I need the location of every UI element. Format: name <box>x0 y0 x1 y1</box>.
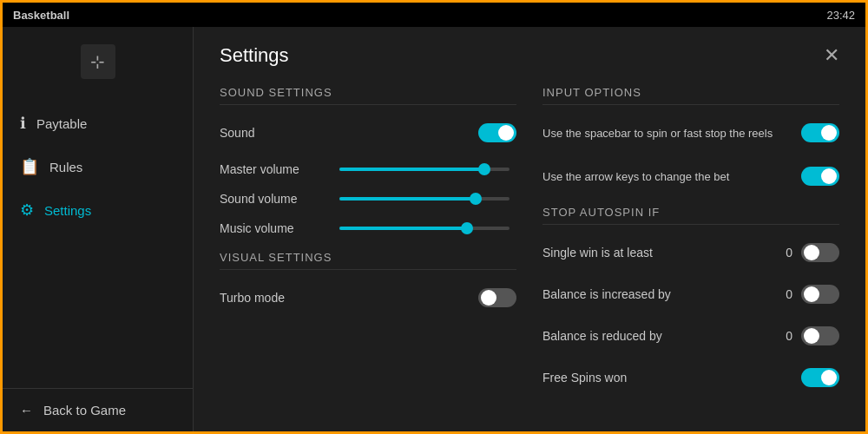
free-spins-row: Free Spins won <box>542 364 839 391</box>
right-column: Input options Use the spacebar to spin o… <box>542 86 839 405</box>
back-arrow-icon: ← <box>20 403 33 418</box>
balance-increased-toggle[interactable] <box>801 285 839 304</box>
sidebar-item-paytable[interactable]: ℹ Paytable <box>3 102 193 145</box>
sound-row: Sound <box>220 119 516 147</box>
sidebar-item-paytable-label: Paytable <box>36 116 87 131</box>
balance-reduced-value: 0 <box>775 329 792 343</box>
balance-increased-label: Balance is increased by <box>542 287 775 301</box>
info-icon: ℹ <box>20 114 26 133</box>
arrow-keys-label: Use the arrow keys to change the bet <box>542 170 791 183</box>
turbo-mode-label: Turbo mode <box>220 291 285 305</box>
visual-settings-title: Visual settings <box>220 251 516 270</box>
settings-columns: Sound settings Sound Master volume <box>220 86 839 405</box>
sidebar-nav: ℹ Paytable 📋 Rules ⚙ Settings <box>3 102 193 232</box>
master-volume-slider[interactable] <box>339 168 510 171</box>
rules-icon: 📋 <box>20 157 39 176</box>
sidebar: ⊹ ℹ Paytable 📋 Rules ⚙ Settings ← <box>3 27 194 431</box>
sound-settings-title: Sound settings <box>220 86 516 105</box>
settings-header: Settings ✕ <box>220 44 839 67</box>
sound-toggle[interactable] <box>478 123 516 142</box>
balance-reduced-row: Balance is reduced by 0 <box>542 322 839 350</box>
sound-volume-row: Sound volume <box>220 192 516 206</box>
balance-reduced-label: Balance is reduced by <box>542 329 775 343</box>
sidebar-spacer <box>3 232 193 388</box>
master-volume-label: Master volume <box>220 162 332 176</box>
settings-title: Settings <box>220 44 289 67</box>
single-win-label: Single win is at least <box>542 246 775 260</box>
spacebar-row: Use the spacebar to spin or fast stop th… <box>542 119 839 147</box>
sidebar-item-settings-label: Settings <box>44 203 91 218</box>
music-volume-slider[interactable] <box>339 227 510 230</box>
settings-icon: ⚙ <box>20 201 34 220</box>
free-spins-toggle[interactable] <box>801 368 839 387</box>
free-spins-label: Free Spins won <box>542 371 775 385</box>
sidebar-item-rules[interactable]: 📋 Rules <box>3 145 193 188</box>
move-icon[interactable]: ⊹ <box>81 44 115 79</box>
music-volume-label: Music volume <box>220 221 332 235</box>
balance-reduced-toggle[interactable] <box>801 326 839 345</box>
sound-label: Sound <box>220 126 254 140</box>
single-win-toggle[interactable] <box>801 243 839 262</box>
sidebar-top: ⊹ <box>3 36 193 88</box>
sidebar-item-settings[interactable]: ⚙ Settings <box>3 188 193 232</box>
music-volume-row: Music volume <box>220 221 516 235</box>
sound-volume-label: Sound volume <box>220 192 332 206</box>
sidebar-item-rules-label: Rules <box>49 160 82 174</box>
settings-panel: Settings ✕ Sound settings Sound <box>194 27 865 431</box>
turbo-mode-toggle[interactable] <box>478 288 516 307</box>
turbo-mode-row: Turbo mode <box>220 284 516 312</box>
spacebar-label: Use the spacebar to spin or fast stop th… <box>542 127 791 140</box>
arrow-keys-row: Use the arrow keys to change the bet <box>542 162 839 190</box>
back-to-game-label: Back to Game <box>43 403 126 418</box>
back-to-game[interactable]: ← Back to Game <box>3 388 193 431</box>
stop-autospin-title: Stop autospin if <box>542 206 839 225</box>
arrow-keys-toggle[interactable] <box>801 167 839 186</box>
master-volume-row: Master volume <box>220 162 516 176</box>
app-container: Basketball 23:42 ⊹ ℹ Paytable 📋 Rules ⚙ <box>3 3 865 431</box>
balance-increased-value: 0 <box>775 287 792 301</box>
clock: 23:42 <box>826 9 855 22</box>
single-win-row: Single win is at least 0 <box>542 239 839 266</box>
spacebar-toggle[interactable] <box>801 123 839 142</box>
top-bar: Basketball 23:42 <box>3 3 865 27</box>
input-options-title: Input options <box>542 86 839 105</box>
main-content: ⊹ ℹ Paytable 📋 Rules ⚙ Settings ← <box>3 27 865 431</box>
sound-volume-slider[interactable] <box>339 197 510 201</box>
close-button[interactable]: ✕ <box>824 46 839 65</box>
left-column: Sound settings Sound Master volume <box>220 86 516 405</box>
balance-increased-row: Balance is increased by 0 <box>542 280 839 308</box>
single-win-value: 0 <box>775 246 792 260</box>
app-title: Basketball <box>13 9 69 22</box>
